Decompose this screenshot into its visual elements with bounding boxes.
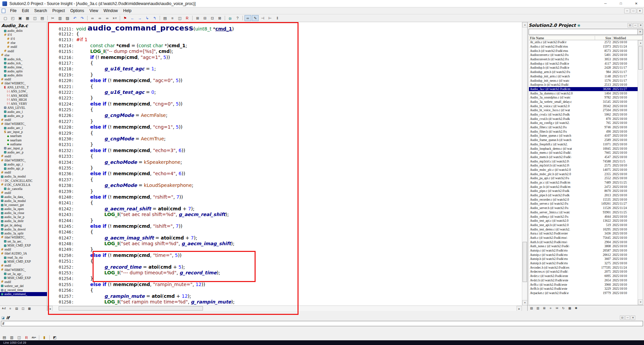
details-view-button[interactable]: ▥ — [535, 306, 541, 310]
menu-edit[interactable]: Edit — [19, 8, 32, 14]
context-window-button[interactable]: ◫ — [176, 15, 183, 21]
folder-button[interactable]: ▦ — [567, 306, 573, 310]
code-line[interactable]: 01256:{ — [59, 287, 521, 293]
file-row[interactable]: Auth.h (d:\watch2.0\sdk\rtos\29042025/10… — [529, 240, 638, 244]
file-row[interactable]: Audio_loopback_demo.c (d:\wat100452025/1… — [529, 146, 638, 151]
file-row[interactable]: Auth.c (d:\watch2.0\sdk\rtos\756452025/1… — [529, 236, 638, 240]
file-row[interactable]: Audio_3a_dummy.c (d:\watch2.014042025/10… — [529, 91, 638, 95]
code-line[interactable]: 01258:LOG_I("set rampin mute time=%d", g… — [59, 299, 521, 305]
symbol-item[interactable]: audio_tick_ — [0, 57, 47, 61]
document-list-button[interactable]: ◫ — [16, 335, 22, 341]
scroll-right-button[interactable]: ▶ — [517, 306, 522, 311]
icons-view-button[interactable]: ⊞ — [541, 306, 547, 310]
code-line[interactable]: 01252:g_record_time = atoi(cmd + 5); — [59, 264, 521, 270]
symbol-item[interactable]: audio_uplin — [0, 69, 47, 73]
sort-alphabetic-button[interactable]: A-Z — [1, 306, 7, 311]
cut-button[interactable]: ✂ — [49, 15, 56, 21]
project-file-combo[interactable]: ▼ — [529, 29, 643, 35]
file-row[interactable]: Avfft.c (d:\watch2.0\sdk\exte39602025/10… — [529, 282, 638, 287]
file-row[interactable]: Audio_cvsd.c (d:\watch2.0\sdk50622025/10… — [529, 113, 638, 117]
file-row[interactable]: Audio_frame_queue.c (d:\watch41072025/10… — [529, 134, 638, 138]
mdi-restore-button[interactable]: □ — [631, 8, 636, 13]
editor-hscrollbar[interactable]: ◀ ▶ — [47, 305, 522, 311]
symbol-item[interactable]: dc_cancella — [0, 187, 47, 191]
symbol-item[interactable]: audio_3a_modul — [0, 199, 47, 203]
file-row[interactable]: Audioproc.h (d:\watch2.0\sdk\25132025/10… — [529, 83, 638, 87]
code-editor[interactable]: 01211:void audio_command_process(uint8_t… — [47, 22, 528, 311]
symbol-item[interactable]: #endif — [0, 154, 47, 158]
symbol-item[interactable]: audio_tick_ — [0, 61, 47, 65]
file-row[interactable]: Audio_bt_voice.c (d:\watch2.0393422025/1… — [529, 104, 638, 108]
file-row[interactable]: Audio_test_api.h (d:\watch2.05192025/10/… — [529, 223, 638, 227]
symbol-item[interactable]: Saec_input_p — [0, 130, 47, 134]
open-file-button[interactable]: ◰ — [9, 15, 16, 21]
code-line[interactable]: 01232:else if (! memcmp(cmd, "echo=3", 6… — [59, 148, 521, 153]
symbol-item[interactable]: audio_command_ — [0, 292, 47, 296]
code-line[interactable]: 01250:else if (! memcmp(cmd, "time=", 5)… — [59, 253, 521, 258]
scroll-up-button[interactable]: ▲ — [638, 40, 643, 46]
file-row[interactable]: Audio_mem.h (d:\watch2.0\sdk\45472025/10… — [529, 155, 638, 159]
code-line[interactable]: 01225:{ — [59, 107, 521, 113]
code-line[interactable]: 01221:{ — [59, 84, 521, 89]
symbol-item[interactable]: #else — [0, 41, 47, 45]
file-row[interactable]: Audio_cvsd.h (d:\watch2.0\sdk8702025/10/… — [529, 117, 638, 121]
code-line[interactable]: 01231:} — [59, 142, 521, 147]
symbol-item[interactable]: aec_input_p — [0, 146, 47, 150]
mdi-minimize-button[interactable]: ─ — [624, 8, 630, 13]
file-row[interactable]: Audio_pa_api.c (d:\watch2.0\s25522025/10… — [529, 176, 638, 181]
list-view-button[interactable]: ≡ — [7, 306, 13, 311]
file-row[interactable]: Audio_pc.c (d:\watch2.0\sdk\m74892025/11… — [529, 181, 638, 185]
file-row[interactable]: Audio_msbc_plc.h (d:\watch2.023552025/10… — [529, 172, 638, 176]
symbol-item[interactable]: #endif — [0, 118, 47, 122]
file-row[interactable]: Audio_3a_webrtc_small_delay.c315452025/1… — [529, 100, 638, 104]
file-row[interactable]: Audio_server.h (d:\watch2.0\s115262025/1… — [529, 206, 638, 210]
vscroll-thumb[interactable] — [523, 242, 527, 282]
menu-view[interactable]: View — [87, 8, 101, 14]
symbol-item[interactable]: #endif — [0, 77, 47, 81]
code-line[interactable]: 01247:g_aecm_imag_shift = atoi(cmd + 7); — [59, 235, 521, 241]
browse-files-button[interactable]: ▤ — [1, 335, 8, 341]
symbol-item[interactable]: [-]ANS_MODE — [0, 94, 47, 98]
symbol-item[interactable]: audio_dnlin — [0, 29, 47, 33]
replace-button[interactable]: X·Y — [111, 15, 118, 21]
code-line[interactable]: 01228:else if (! memcmp(cmd, "cng=1", 5)… — [59, 124, 521, 130]
panel-close-button[interactable]: ✕ — [631, 316, 635, 320]
redo-button[interactable]: ↷ — [79, 15, 86, 21]
symbol-item[interactable]: audio_ans_p — [0, 114, 47, 118]
symbol-item[interactable]: set_3a_agc_ — [0, 272, 47, 276]
symbol-item[interactable]: #if DC_CANCELLA — [0, 183, 47, 187]
symbol-list-button[interactable]: ▥ — [8, 335, 15, 341]
symbol-filter-button[interactable]: ◫ — [20, 306, 26, 311]
refresh-button[interactable]: ↻ — [560, 306, 566, 310]
jump-to-caller-button[interactable]: ↰ — [151, 15, 158, 21]
file-row[interactable]: Avdecres.rc (d:\watch2.0\sdk\20752025/10… — [529, 270, 638, 274]
file-row[interactable]: Audioconvert.c (d:\watch2.0\s54012025/10… — [529, 53, 638, 57]
project-vscroll-track[interactable] — [638, 46, 643, 299]
file-row[interactable]: Audio_msbc_plc.c (d:\watch2.0140752025/1… — [529, 168, 638, 172]
file-row[interactable]: Audio.c (d:\watch2.0\sdk\rtos159732025/1… — [529, 45, 638, 49]
symbol-window-button[interactable]: ≡ — [169, 15, 176, 21]
code-line[interactable]: 01255:else if (! memcmp(cmd, "rampin_mut… — [59, 282, 521, 287]
editor-vscrollbar[interactable]: ▲ ▼ — [522, 22, 527, 305]
symbol-item[interactable]: audio_time_ — [0, 65, 47, 69]
symbol-item[interactable]: bt_connect_get — [0, 203, 47, 207]
file-row[interactable]: Audio_server.c (d:\watch2.0\s1492612025/… — [529, 202, 638, 206]
code-line[interactable]: 01229:{ — [59, 130, 521, 136]
code-line[interactable]: 01226:g_cngMode = AecmFalse; — [59, 113, 521, 118]
file-row[interactable]: Audio_pc.h (d:\watch2.0\sdk\m24722025/10… — [529, 185, 638, 189]
code-line[interactable]: 01219:} — [59, 72, 521, 78]
code-line[interactable]: 01244:} — [59, 218, 521, 223]
symbol-item[interactable]: MSH_CMD_EXP — [0, 244, 47, 248]
code-line[interactable]: 01223:} — [59, 95, 521, 101]
split-window-button[interactable]: ⊡ — [209, 15, 216, 21]
brace-match-button[interactable]: {)} — [227, 15, 233, 21]
code-line[interactable]: 01249:} — [59, 247, 521, 252]
file-row[interactable]: Audiodsp_arm.h (d:\watch2.0\s9842025/11/… — [529, 70, 638, 74]
replace-text-button[interactable]: Ab+ — [31, 335, 37, 341]
code-lines[interactable]: 01211:void audio_command_process(uint8_t… — [59, 24, 521, 305]
symbol-item[interactable]: audio_3a_data_ — [0, 195, 47, 199]
column-file-name[interactable]: File Name — [529, 36, 595, 40]
symbol-item[interactable]: [-]DC_CANCELLATIC — [0, 179, 47, 183]
indent-button[interactable]: ⊢ — [267, 15, 273, 21]
search-files-button[interactable]: ∞ — [104, 15, 111, 21]
